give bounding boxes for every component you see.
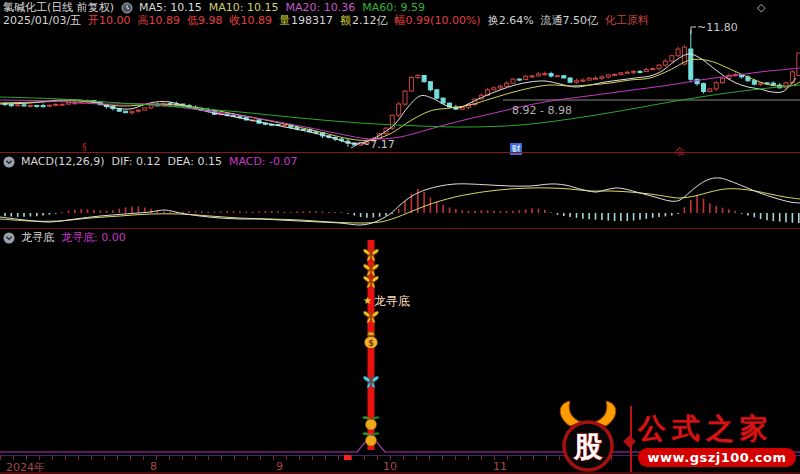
header-token: 收10.89 bbox=[230, 14, 273, 27]
macd-values: MACD(12,26,9)DIF: 0.12DEA: 0.15MACD: -0.… bbox=[21, 155, 305, 168]
macd-chart[interactable] bbox=[0, 178, 800, 225]
logo-site-name: 公式之家 bbox=[638, 410, 798, 448]
axis-ticks bbox=[0, 456, 620, 460]
main-chart-header: 氯碱化工(日线 前复权) MA5: 10.15MA10: 10.15MA20: … bbox=[3, 1, 432, 14]
header-token: 额 bbox=[340, 14, 351, 27]
header-token: 198317 bbox=[291, 14, 333, 27]
header-token: 龙寻底 bbox=[21, 231, 54, 244]
low-price-label: ~7.17 bbox=[361, 138, 395, 151]
stock-app-window: ★$ 氯碱化工(日线 前复权) MA5: 10.15MA10: 10.15MA2… bbox=[0, 0, 800, 474]
gap-range-label: 8.92 - 8.98 bbox=[512, 104, 572, 117]
logo-site-url[interactable]: www.gszj100.com bbox=[638, 448, 796, 467]
header-token: 换2.64% bbox=[488, 14, 534, 27]
peak-price-label: ~11.80 bbox=[697, 21, 738, 34]
macd-header: MACD(12,26,9)DIF: 0.12DEA: 0.15MACD: -0.… bbox=[3, 155, 305, 168]
svg-text:$: $ bbox=[368, 339, 374, 348]
panel-separator bbox=[0, 152, 800, 153]
header-token: 量 bbox=[279, 14, 290, 27]
header-token: 开10.00 bbox=[88, 14, 131, 27]
finance-report-marker[interactable]: 财 bbox=[510, 143, 522, 155]
header-token: MA10: 10.15 bbox=[209, 1, 279, 14]
header-token: 龙寻底: 0.00 bbox=[61, 231, 126, 244]
quote-info-line: 2025/01/03/五开10.00高10.89低9.98收10.89量1983… bbox=[3, 14, 656, 27]
moneybag-icon: $ bbox=[365, 332, 378, 349]
header-token: DEA: 0.15 bbox=[167, 155, 221, 168]
ma-values: MA5: 10.15MA10: 10.15MA20: 10.36MA60: 9.… bbox=[139, 1, 432, 14]
header-token: MA20: 10.36 bbox=[286, 1, 356, 14]
header-token: 流通7.50亿 bbox=[541, 14, 599, 27]
clock-icon[interactable] bbox=[121, 2, 133, 14]
panel-separator bbox=[0, 228, 800, 229]
bull-stock-icon: 股 bbox=[548, 398, 628, 474]
header-token: 低9.98 bbox=[187, 14, 223, 27]
header-token: 2025/01/03/五 bbox=[3, 14, 81, 27]
collapse-icon[interactable] bbox=[3, 232, 15, 244]
header-token: MA5: 10.15 bbox=[139, 1, 202, 14]
header-token: MACD(12,26,9) bbox=[21, 155, 105, 168]
header-token: 高10.89 bbox=[138, 14, 181, 27]
collapse-icon[interactable] bbox=[3, 156, 15, 168]
star-icon: ★ bbox=[363, 295, 372, 306]
event-marker-left[interactable]: § bbox=[82, 142, 87, 152]
header-token: MA60: 9.59 bbox=[362, 1, 425, 14]
gszj-logo[interactable]: 股 公式之家 www.gszj100.com bbox=[548, 398, 800, 474]
header-token: 化工原料 bbox=[605, 14, 649, 27]
candlestick-chart[interactable] bbox=[0, 27, 800, 148]
corner-diamond-icon[interactable]: ◇ bbox=[757, 1, 765, 14]
header-token: 2.12亿 bbox=[352, 14, 388, 27]
axis-signal-marker bbox=[344, 455, 351, 460]
signal-values: 龙寻底龙寻底: 0.00 bbox=[21, 231, 133, 244]
signal-column-label: 龙寻底 bbox=[374, 293, 410, 310]
header-token: 幅0.99(10.00%) bbox=[395, 14, 481, 27]
header-token: DIF: 0.12 bbox=[112, 155, 161, 168]
logo-stock-char: 股 bbox=[573, 430, 603, 463]
stock-title: 氯碱化工(日线 前复权) bbox=[3, 1, 114, 14]
signal-header: 龙寻底龙寻底: 0.00 bbox=[3, 231, 133, 244]
header-token: MACD: -0.07 bbox=[229, 155, 298, 168]
